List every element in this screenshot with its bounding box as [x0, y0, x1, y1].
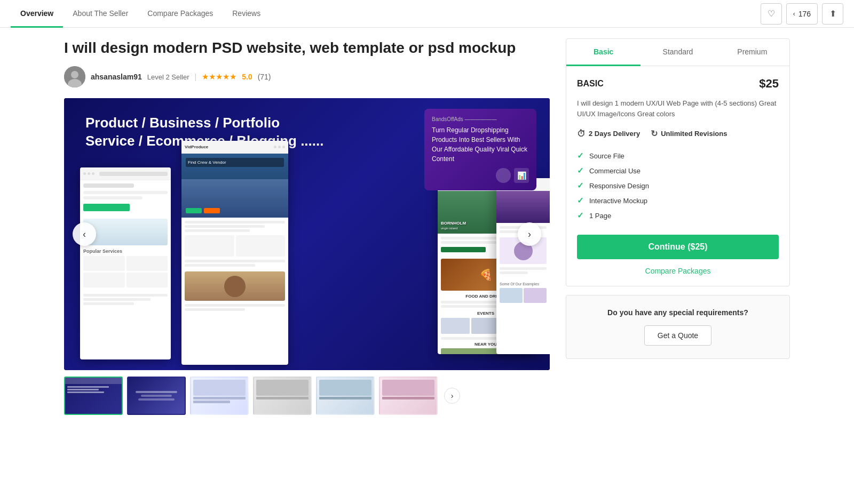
refresh-icon: ↻: [651, 129, 658, 139]
nav-actions: ♡ ‹ 176 ⬆: [761, 3, 843, 25]
tab-premium[interactable]: Premium: [715, 39, 789, 66]
tab-basic[interactable]: Basic: [566, 39, 640, 66]
share-count: ‹ 176: [786, 3, 818, 25]
mockup-screen-left: Popular Services: [80, 167, 171, 359]
package-price: $25: [759, 77, 779, 91]
star-rating-icons: ★★★★★: [202, 72, 236, 82]
right-column: Basic Standard Premium BASIC $25 I will …: [566, 38, 790, 415]
thumbnail-strip: ›: [64, 377, 550, 415]
feature-pages: ✓ 1 Page: [577, 208, 779, 223]
thumbnail-3[interactable]: [190, 377, 249, 415]
feature-responsive-design: ✓ Responsive Design: [577, 178, 779, 193]
feature-interactive-mockup: ✓ Interactive Mockup: [577, 193, 779, 208]
avatar: [64, 66, 85, 87]
compare-packages-link[interactable]: Compare Packages: [577, 267, 779, 275]
review-count: (71): [258, 73, 271, 81]
image-next-arrow[interactable]: ›: [518, 222, 541, 246]
revisions-info: ↻ Unlimited Revisions: [651, 129, 727, 139]
image-prev-arrow[interactable]: ‹: [73, 222, 96, 246]
seller-username[interactable]: ahsanaslam91: [91, 73, 142, 81]
share-icon: ⬆: [829, 9, 836, 19]
thumbnail-1[interactable]: [64, 377, 123, 415]
feature-commercial-use: ✓ Commercial Use: [577, 163, 779, 178]
nav-item-reviews[interactable]: Reviews: [223, 1, 270, 28]
check-icon: ✓: [577, 196, 584, 205]
promo-card: BandsOffAds —————— Turn Regular Dropship…: [424, 109, 536, 190]
nav-item-compare-packages[interactable]: Compare Packages: [138, 1, 223, 28]
feature-source-file: ✓ Source File: [577, 148, 779, 163]
special-requirements-panel: Do you have any special requirements? Ge…: [566, 295, 790, 359]
svg-point-1: [71, 71, 78, 78]
nav-items: Overview About The Seller Compare Packag…: [11, 1, 270, 27]
check-icon: ✓: [577, 151, 584, 161]
seller-level: Level 2 Seller: [147, 73, 189, 81]
package-name: BASIC: [577, 79, 604, 89]
package-content: BASIC $25 I will design 1 modern UX/UI W…: [566, 66, 789, 286]
separator: |: [195, 73, 197, 81]
left-column: I will design modern PSD website, web te…: [64, 38, 550, 415]
share-button[interactable]: ⬆: [822, 3, 843, 25]
favorite-button[interactable]: ♡: [761, 3, 782, 25]
delivery-info: ⏱ 2 Days Delivery: [577, 129, 640, 139]
check-icon: ✓: [577, 211, 584, 220]
chevron-left-icon: ‹: [793, 10, 795, 18]
rating-score: 5.0: [242, 73, 252, 81]
package-panel: Basic Standard Premium BASIC $25 I will …: [566, 38, 790, 286]
clock-icon: ⏱: [577, 129, 586, 139]
mockup-screen-center: VidProduce Find Crew & Vendor: [181, 141, 288, 365]
thumbnail-5[interactable]: [316, 377, 375, 415]
check-icon: ✓: [577, 166, 584, 175]
check-icon: ✓: [577, 181, 584, 190]
continue-button[interactable]: Continue ($25): [577, 235, 779, 259]
heart-icon: ♡: [768, 9, 775, 19]
thumbnail-2[interactable]: [127, 377, 186, 415]
package-meta: ⏱ 2 Days Delivery ↻ Unlimited Revisions: [577, 129, 779, 139]
main-container: I will design modern PSD website, web te…: [53, 28, 801, 426]
main-image: Product / Business / Portfolio Service /…: [64, 98, 550, 370]
seller-info: ahsanaslam91 Level 2 Seller | ★★★★★ 5.0 …: [64, 66, 550, 87]
thumbnail-4[interactable]: [253, 377, 312, 415]
thumbnails-next-arrow[interactable]: ›: [444, 388, 460, 404]
package-tabs: Basic Standard Premium: [566, 39, 789, 66]
get-quote-button[interactable]: Get a Quote: [644, 325, 711, 346]
feature-list: ✓ Source File ✓ Commercial Use ✓ Respons…: [577, 148, 779, 223]
special-requirements-title: Do you have any special requirements?: [579, 308, 777, 317]
top-navigation: Overview About The Seller Compare Packag…: [0, 0, 854, 28]
tab-standard[interactable]: Standard: [640, 39, 715, 66]
nav-item-overview[interactable]: Overview: [11, 1, 63, 28]
mockup-screen-far-right: Some Of Our Examples: [496, 178, 550, 354]
nav-item-about-seller[interactable]: About The Seller: [63, 1, 138, 28]
package-description: I will design 1 modern UX/UI Web Page wi…: [577, 98, 779, 119]
thumbnail-6[interactable]: [379, 377, 438, 415]
package-name-price: BASIC $25: [577, 77, 779, 91]
gig-title: I will design modern PSD website, web te…: [64, 38, 550, 58]
